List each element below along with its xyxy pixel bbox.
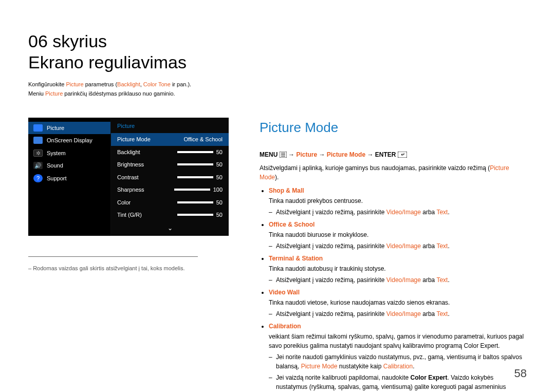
- chapter-title-text: Ekrano reguliavimas: [28, 52, 187, 72]
- osd-nav-label: Support: [47, 174, 67, 183]
- osd-row-tint[interactable]: Tint (G/R) 50: [111, 209, 229, 221]
- calib-sub-b: Jei vaizdą norite kalibruoti papildomai,…: [269, 373, 527, 392]
- menu-path: MENU → Picture → Picture Mode → ENTER: [260, 150, 527, 159]
- osd-panel: Picture Picture Mode Office & School Bac…: [110, 118, 229, 236]
- osd-row-value: 50: [216, 211, 223, 219]
- osd-row-label: Sharpness: [117, 185, 144, 194]
- mode-sub: Atsižvelgiant į vaizdo režimą, pasirinki…: [269, 241, 527, 251]
- osd-row-label: Picture Mode: [117, 135, 151, 144]
- osd-row-value: 50: [216, 148, 223, 157]
- osd-row-backlight[interactable]: Backlight 50: [111, 146, 229, 159]
- osd-row-contrast[interactable]: Contrast 50: [111, 171, 229, 184]
- osd-row-value: 50: [216, 160, 223, 169]
- chapter-number: 06 skyrius: [28, 31, 107, 51]
- chevron-down-icon[interactable]: ⌄: [111, 221, 229, 236]
- intro-line-2: Meniu Picture parinkčių išdėstymas prikl…: [28, 89, 527, 98]
- osd-nav: Picture OnScreen Display ✲ System 🔊 Soun…: [28, 118, 110, 236]
- section-title: Picture Mode: [260, 118, 527, 138]
- mode-video-wall: Video Wall Tinka naudoti vietose, kurios…: [269, 288, 527, 319]
- osd-row-label: Backlight: [117, 148, 140, 157]
- mode-sub: Atsižvelgiant į vaizdo režimą, pasirinki…: [269, 275, 527, 285]
- mode-calibration: Calibration veikiant šiam režimui taikom…: [269, 322, 527, 392]
- picture-icon: [33, 124, 43, 132]
- mode-shop-mall: Shop & Mall Tinka naudoti prekybos centr…: [269, 186, 527, 217]
- mode-terminal-station: Terminal & Station Tinka naudoti autobus…: [269, 254, 527, 285]
- question-icon: ?: [33, 174, 43, 182]
- body-intro: Atsižvelgdami į aplinką, kurioje gaminys…: [260, 163, 527, 182]
- osd-row-value: 100: [213, 185, 223, 194]
- menu-icon: [280, 152, 287, 158]
- divider: [28, 256, 198, 257]
- page-number: 58: [514, 365, 527, 382]
- osd-row-brightness[interactable]: Brightness 50: [111, 158, 229, 171]
- osd-row-value: 50: [216, 173, 223, 182]
- chapter-heading: 06 skyrius Ekrano reguliavimas: [28, 31, 527, 73]
- osd-row-label: Brightness: [117, 160, 144, 169]
- osd-row-picture-mode[interactable]: Picture Mode Office & School: [111, 133, 229, 146]
- osd-row-color[interactable]: Color 50: [111, 196, 229, 209]
- mode-sub: Atsižvelgiant į vaizdo režimą, pasirinki…: [269, 208, 527, 217]
- osd-nav-item-sound[interactable]: 🔊 Sound: [28, 159, 110, 172]
- onscreen-icon: [33, 137, 43, 144]
- intro-line-1: Konfigūruokite Picture parametrus (Backl…: [28, 80, 527, 89]
- osd-panel-header: Picture: [111, 119, 229, 134]
- osd-row-label: Tint (G/R): [117, 211, 142, 219]
- osd-row-sharpness[interactable]: Sharpness 100: [111, 183, 229, 196]
- osd-row-label: Color: [117, 198, 131, 207]
- mode-sub: Atsižvelgiant į vaizdo režimą, pasirinki…: [269, 309, 527, 319]
- osd-nav-item-system[interactable]: ✲ System: [28, 147, 110, 160]
- speaker-icon: 🔊: [33, 162, 43, 169]
- mode-office-school: Office & School Tinka naudoti biuruose i…: [269, 220, 527, 251]
- osd-nav-item-picture[interactable]: Picture: [28, 122, 110, 135]
- osd-preview: Picture OnScreen Display ✲ System 🔊 Soun…: [28, 118, 229, 236]
- osd-row-value: 50: [216, 198, 223, 207]
- osd-nav-label: OnScreen Display: [47, 136, 92, 145]
- osd-row-label: Contrast: [117, 173, 139, 182]
- osd-nav-item-support[interactable]: ? Support: [28, 172, 110, 185]
- osd-row-value: Office & School: [183, 135, 223, 144]
- calib-sub-a: Jei norite naudoti gamyklinius vaizdo nu…: [269, 352, 527, 371]
- osd-nav-item-onscreen[interactable]: OnScreen Display: [28, 134, 110, 147]
- mode-list: Shop & Mall Tinka naudoti prekybos centr…: [260, 186, 527, 392]
- osd-nav-label: Picture: [47, 124, 64, 133]
- osd-nav-label: System: [47, 149, 66, 158]
- osd-nav-label: Sound: [47, 161, 63, 170]
- gear-icon: ✲: [33, 150, 43, 157]
- enter-icon: [398, 152, 407, 158]
- footnote: – Rodomas vaizdas gali skirtis atsižvelg…: [28, 264, 229, 273]
